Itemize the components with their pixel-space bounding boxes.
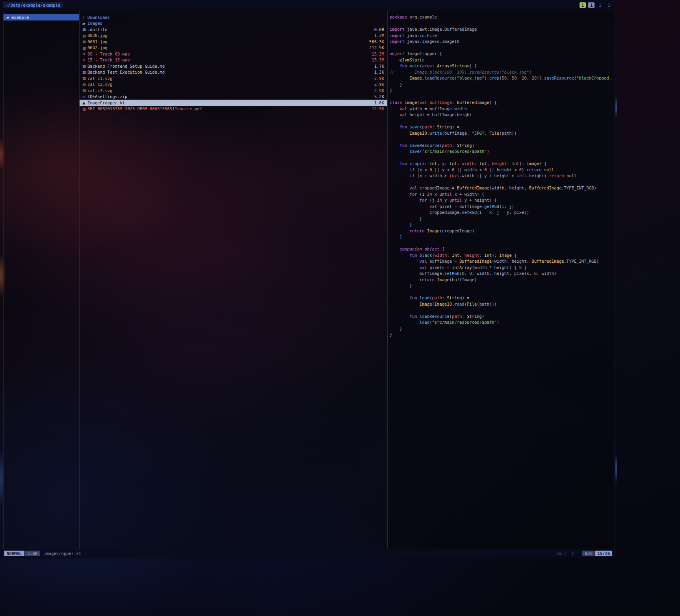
file-name: cal-c3.svg: [87, 88, 112, 93]
file-row[interactable]: ∩09 - Track 09.wav15.3M: [80, 51, 387, 57]
code-line: [390, 307, 614, 314]
file-name: Backend_Frontend_Setup_Guide.md: [87, 64, 165, 69]
code-line: import java.io.File: [390, 33, 614, 39]
code-line: for (i in x until x + width) {: [390, 191, 614, 198]
file-size: 586.3K: [369, 39, 384, 44]
code-line: buffImage.setRGB(0, 0, width, height, pi…: [390, 271, 614, 277]
svg-file-icon: ▧: [82, 76, 87, 80]
file-name: Backend_Test_Execution_Guide.md: [87, 70, 165, 74]
file-size: 2.9K: [374, 76, 384, 81]
parent-dir-item[interactable]: ▰example: [4, 14, 79, 20]
file-size: 12.5K: [372, 106, 384, 111]
file-row[interactable]: ▧cal-c1.svg2.9K: [80, 75, 387, 82]
code-line: return Image(croppedImage): [390, 228, 614, 234]
file-row[interactable]: ▤Backend_Test_Execution_Guide.md1.3K: [80, 69, 387, 76]
file-name: 15 - Track 15.wav: [87, 58, 130, 62]
code-line: croppedImage.setRGB(i - x, j - y, pixel): [390, 210, 614, 216]
file-size: 1.6K: [374, 100, 384, 105]
file-row[interactable]: ▧cal-c2.svg2.9K: [80, 82, 387, 88]
status-right: -rw-r--r-- 93% 15/16: [554, 551, 612, 556]
file-row[interactable]: ↓Downloads: [80, 14, 387, 20]
desktop: ~/Data/example/example 1123 ▰example ↓Do…: [0, 0, 680, 616]
file-name: cal-c2.svg: [87, 82, 112, 87]
code-line: fun load(path: String) =: [390, 295, 614, 301]
tab-2[interactable]: 2: [597, 2, 603, 8]
file-row[interactable]: ▨0028.jpg1.3M: [80, 33, 387, 39]
image-file-icon: ▨: [82, 33, 87, 38]
preview-panel: package org.example import java.awt.imag…: [388, 11, 615, 549]
pdf-file-icon: ▤: [82, 107, 87, 111]
tab-1[interactable]: 1: [588, 2, 595, 8]
code-line: [390, 155, 614, 161]
panes-container: ▰example ↓Downloads▰Images▤.dotfile0.0B▨…: [3, 11, 615, 549]
mode-indicator: NORMAL: [4, 551, 24, 556]
image-file-icon: ▨: [82, 46, 87, 50]
file-row[interactable]: ▰Images: [80, 20, 387, 27]
file-row[interactable]: ▨0031.jpg586.3K: [80, 39, 387, 45]
status-left: NORMAL 1.6K ImageCropper.kt: [4, 551, 81, 556]
file-icon: ▤: [82, 27, 87, 32]
file-row[interactable]: ▲ImageCropper.kt1.6K: [80, 100, 387, 106]
code-line: val pixel = buffImage.getRGB(i, j): [390, 204, 614, 210]
code-line: Image(ImageIO.read(File(path))): [390, 301, 614, 308]
parent-dir-name: example: [11, 15, 29, 20]
kotlin-file-icon: ▲: [82, 100, 87, 105]
file-row[interactable]: ▤.dotfile0.0B: [80, 26, 387, 33]
markdown-file-icon: ▤: [82, 64, 87, 68]
code-line: fun black(width: Int, height: Int): Imag…: [390, 252, 614, 259]
code-line: [390, 179, 614, 186]
code-line: [390, 118, 614, 124]
audio-file-icon: ∩: [82, 58, 87, 62]
archive-file-icon: ⊞: [82, 95, 87, 99]
code-line: @JvmStatic: [390, 57, 614, 63]
code-line: val height = buffImage.height: [390, 112, 614, 118]
file-size: 1.7K: [374, 64, 384, 69]
code-line: }: [390, 283, 614, 289]
code-line: object ImageCropper {: [390, 51, 614, 57]
breadcrumb-path[interactable]: ~/Data/example/example: [3, 2, 63, 8]
code-line: }: [390, 222, 614, 228]
file-row[interactable]: ▧cal-c3.svg2.9K: [80, 87, 387, 94]
tab-3[interactable]: 3: [606, 2, 612, 8]
code-line: fun saveResource(path: String) =: [390, 143, 614, 149]
code-line: for (j in y until y + height) {: [390, 197, 614, 204]
folder-icon: ▰: [82, 21, 87, 26]
code-line: val buffImage = BufferedImage(width, hei…: [390, 258, 614, 265]
file-row[interactable]: ▤SBI_0032013739_2023_DE05_0003155631Invo…: [80, 106, 387, 112]
top-bar: ~/Data/example/example 1123: [0, 0, 616, 10]
file-permissions: -rw-r--r--: [554, 551, 579, 556]
code-line: fun crop(x: Int, y: Int, width: Int, hei…: [390, 161, 614, 167]
file-row[interactable]: ⊞IDEAsettings.zip5.2K: [80, 94, 387, 100]
file-size: 212.9K: [369, 45, 384, 50]
file-row[interactable]: ▨0042.jpg212.9K: [80, 45, 387, 51]
code-line: fun save(path: String) =: [390, 124, 614, 130]
code-line: val pixels = IntArray(width * height) { …: [390, 265, 614, 271]
file-row[interactable]: ∩15 - Track 15.wav15.3M: [80, 57, 387, 63]
cursor-position-badge: 15/16: [595, 551, 612, 556]
code-line: [390, 136, 614, 143]
code-line: val croppedImage = BufferedImage(width, …: [390, 185, 614, 191]
svg-file-icon: ▧: [82, 88, 87, 93]
code-line: // Image.black(100, 100).saveResource("b…: [390, 69, 614, 76]
code-line: fun loadResource(path: String) =: [390, 314, 614, 320]
parent-directory-panel: ▰example: [4, 11, 80, 549]
code-line: }: [390, 234, 614, 240]
folder-icon: ▰: [6, 15, 11, 19]
file-row[interactable]: ▤Backend_Frontend_Setup_Guide.md1.7K: [80, 63, 387, 69]
code-line: }: [390, 326, 614, 332]
code-line: [390, 289, 614, 295]
image-file-icon: ▨: [82, 39, 87, 44]
code-line: companion object {: [390, 246, 614, 252]
code-line: return Image(buffImage): [390, 277, 614, 283]
file-name: cal-c1.svg: [87, 76, 112, 81]
file-name: IDEAsettings.zip: [87, 94, 127, 99]
file-name: 0031.jpg: [87, 39, 108, 44]
task-count-badge: 1: [580, 2, 586, 8]
code-line: [390, 240, 614, 247]
code-line: }: [390, 332, 614, 338]
code-line: [390, 20, 614, 27]
code-line: fun main(args: Array<String>) {: [390, 63, 614, 69]
yazi-file-manager: ~/Data/example/example 1123 ▰example ↓Do…: [0, 0, 616, 559]
file-name: ImageCropper.kt: [87, 100, 125, 105]
file-name: 0028.jpg: [87, 33, 108, 38]
